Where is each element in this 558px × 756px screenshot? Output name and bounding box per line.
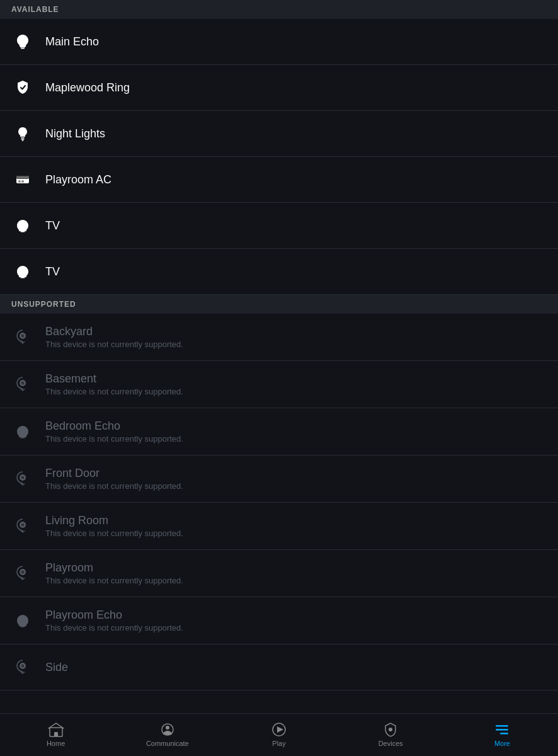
device-name: TV (45, 219, 60, 232)
svg-rect-24 (20, 484, 25, 484)
device-info: Playroom Echo This device is not current… (45, 609, 183, 633)
device-side[interactable]: Side (0, 644, 558, 690)
svg-rect-9 (17, 177, 28, 178)
device-info: Main Echo (45, 35, 99, 49)
device-tv-2[interactable]: TV (0, 249, 558, 295)
svg-rect-10 (21, 231, 25, 232)
svg-point-30 (21, 571, 25, 574)
svg-point-13 (21, 335, 25, 338)
svg-rect-11 (21, 277, 25, 278)
svg-point-22 (21, 476, 25, 479)
device-tv-1[interactable]: TV (0, 203, 558, 249)
device-info: Playroom AC (45, 173, 111, 186)
svg-point-26 (21, 524, 25, 527)
available-section-header: AVAILABLE (0, 0, 558, 19)
svg-rect-19 (20, 389, 25, 390)
device-sub: This device is not currently supported. (45, 434, 183, 444)
device-living-room[interactable]: Living Room This device is not currently… (0, 503, 558, 550)
device-sub: This device is not currently supported. (45, 387, 183, 396)
echo-wifi-icon-2 (11, 260, 34, 283)
svg-point-8 (21, 180, 24, 183)
device-name: Playroom Echo (45, 609, 183, 622)
device-name: Living Room (45, 514, 183, 527)
svg-rect-15 (20, 342, 25, 343)
device-info: Side (45, 661, 68, 674)
ac-icon (11, 168, 34, 191)
device-info: Bedroom Echo This device is not currentl… (45, 420, 183, 444)
device-name: Backyard (45, 325, 183, 338)
device-night-lights[interactable]: Night Lights (0, 111, 558, 157)
camera-icon-6 (11, 656, 34, 679)
device-info: TV (45, 265, 60, 278)
device-sub: This device is not currently supported. (45, 623, 183, 633)
device-info: Living Room This device is not currently… (45, 514, 183, 538)
svg-point-17 (21, 382, 25, 385)
device-main-echo[interactable]: Main Echo (0, 19, 558, 65)
ring-icon (11, 76, 34, 99)
svg-rect-1 (21, 48, 25, 49)
svg-rect-37 (20, 672, 25, 673)
device-backyard[interactable]: Backyard This device is not currently su… (0, 314, 558, 361)
device-name: Night Lights (45, 127, 105, 140)
svg-marker-43 (277, 726, 283, 733)
svg-rect-32 (20, 578, 25, 579)
device-name: Maplewood Ring (45, 81, 130, 94)
main-content: AVAILABLE Main Echo Maplewo (0, 0, 558, 741)
device-name: Bedroom Echo (45, 420, 183, 433)
device-maplewood-ring[interactable]: Maplewood Ring (0, 65, 558, 111)
device-sub: This device is not currently supported. (45, 481, 183, 491)
device-name: Playroom AC (45, 173, 111, 186)
device-playroom-ac[interactable]: Playroom AC (0, 157, 558, 203)
svg-rect-47 (500, 733, 508, 735)
device-playroom-echo[interactable]: Playroom Echo This device is not current… (0, 597, 558, 644)
device-name: Basement (45, 372, 183, 386)
camera-icon-2 (11, 373, 34, 396)
echo-unsupported-icon-2 (11, 609, 34, 632)
bulb-icon (11, 122, 34, 145)
svg-rect-28 (20, 531, 25, 532)
svg-rect-20 (21, 437, 25, 438)
nav-devices[interactable]: Devices (335, 718, 447, 747)
nav-devices-label: Devices (379, 740, 403, 747)
device-info: Basement This device is not currently su… (45, 372, 183, 396)
device-info: Night Lights (45, 127, 105, 140)
nav-more[interactable]: More (447, 718, 558, 747)
device-info: TV (45, 219, 60, 232)
bottom-navigation: Home Communicate Play Devices More (0, 713, 558, 756)
device-info: Playroom This device is not currently su… (45, 561, 183, 585)
device-playroom[interactable]: Playroom This device is not currently su… (0, 550, 558, 597)
svg-point-44 (389, 728, 392, 731)
echo-icon (11, 30, 34, 53)
echo-unsupported-icon (11, 420, 34, 443)
svg-point-35 (21, 665, 25, 668)
svg-rect-3 (21, 139, 25, 140)
camera-icon-4 (11, 515, 34, 537)
nav-home-label: Home (47, 740, 65, 747)
nav-communicate-label: Communicate (146, 740, 189, 747)
device-bedroom-echo[interactable]: Bedroom Echo This device is not currentl… (0, 408, 558, 455)
svg-point-7 (18, 180, 21, 183)
device-name: Playroom (45, 561, 183, 575)
device-sub: This device is not currently supported. (45, 576, 183, 585)
svg-rect-4 (22, 140, 24, 141)
svg-rect-46 (496, 729, 508, 731)
nav-communicate[interactable]: Communicate (111, 718, 223, 747)
device-info: Backyard This device is not currently su… (45, 325, 183, 349)
device-sub: This device is not currently supported. (45, 529, 183, 538)
echo-wifi-icon (11, 214, 34, 237)
nav-home[interactable]: Home (0, 718, 111, 747)
device-basement[interactable]: Basement This device is not currently su… (0, 361, 558, 408)
svg-rect-0 (20, 47, 25, 48)
nav-more-label: More (494, 740, 510, 747)
svg-rect-33 (21, 626, 25, 627)
device-info: Maplewood Ring (45, 81, 130, 94)
svg-rect-39 (54, 732, 58, 736)
camera-icon-5 (11, 562, 34, 585)
svg-rect-2 (21, 137, 25, 139)
nav-play[interactable]: Play (223, 718, 334, 747)
device-front-door[interactable]: Front Door This device is not currently … (0, 455, 558, 503)
device-info: Front Door This device is not currently … (45, 467, 183, 491)
unsupported-section-header: UNSUPPORTED (0, 295, 558, 314)
device-name: Side (45, 661, 68, 674)
svg-point-41 (166, 726, 169, 730)
